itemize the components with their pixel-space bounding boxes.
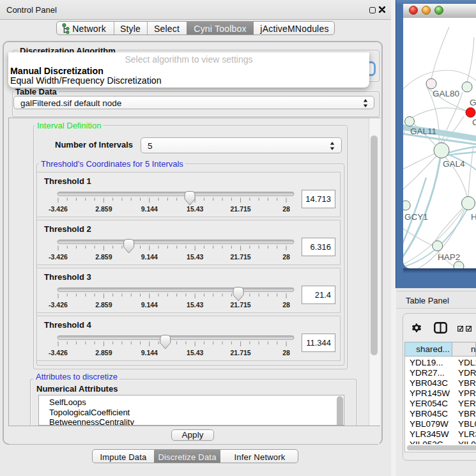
svg-text:28: 28: [282, 253, 290, 261]
svg-text:15.43: 15.43: [187, 253, 203, 261]
svg-text:28: 28: [282, 349, 290, 357]
svg-text:-3.426: -3.426: [49, 253, 68, 261]
svg-text:21.715: 21.715: [231, 253, 251, 261]
svg-text:GCY1: GCY1: [404, 212, 428, 222]
svg-text:21.715: 21.715: [231, 301, 251, 309]
svg-text:21.715: 21.715: [231, 205, 251, 213]
svg-text:9.144: 9.144: [141, 205, 158, 213]
svg-text:15.43: 15.43: [187, 205, 203, 213]
svg-text:15.43: 15.43: [187, 301, 203, 309]
svg-text:15.43: 15.43: [187, 349, 203, 357]
svg-text:GAL4: GAL4: [443, 159, 465, 169]
svg-text:C: C: [472, 118, 476, 127]
svg-text:28: 28: [282, 301, 290, 309]
svg-text:HAP2: HAP2: [438, 252, 460, 262]
svg-text:GA: GA: [470, 98, 476, 107]
svg-text:9.144: 9.144: [141, 301, 158, 309]
svg-text:-3.426: -3.426: [49, 301, 68, 309]
svg-text:2.859: 2.859: [95, 349, 112, 357]
svg-text:H: H: [471, 212, 476, 222]
svg-text:9.144: 9.144: [141, 349, 158, 357]
svg-text:2.859: 2.859: [95, 253, 112, 261]
svg-text:21.715: 21.715: [231, 349, 251, 357]
svg-text:GAL11: GAL11: [410, 127, 436, 136]
svg-text:2.859: 2.859: [95, 205, 112, 213]
svg-text:-3.426: -3.426: [49, 205, 68, 213]
svg-text:2.859: 2.859: [95, 301, 112, 309]
svg-text:28: 28: [282, 205, 290, 213]
svg-text:GAL80: GAL80: [433, 89, 459, 98]
svg-text:-3.426: -3.426: [49, 349, 68, 357]
svg-text:9.144: 9.144: [141, 253, 158, 261]
